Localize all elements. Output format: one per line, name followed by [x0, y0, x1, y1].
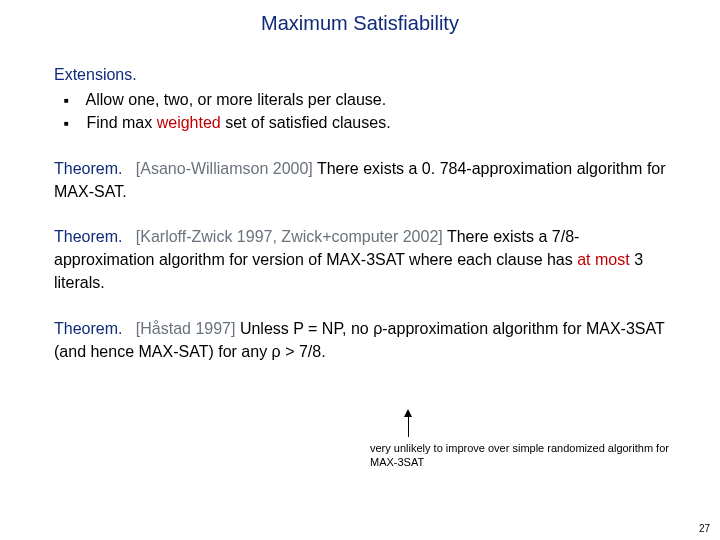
theorem-2: Theorem. [Karloff-Zwick 1997, Zwick+comp…: [54, 225, 666, 295]
page-number: 27: [699, 523, 710, 534]
extensions-list: Allow one, two, or more literals per cla…: [54, 88, 666, 134]
rho-symbol: ρ: [373, 320, 382, 337]
bullet-text: Allow one, two, or more literals per cla…: [86, 91, 387, 108]
bullet-text-highlight: weighted: [157, 114, 221, 131]
theorem-3: Theorem. [Håstad 1997] Unless P = NP, no…: [54, 317, 666, 363]
theorem-citation: [Karloff-Zwick 1997, Zwick+computer 2002…: [136, 228, 443, 245]
list-item: Find max weighted set of satisfied claus…: [82, 111, 666, 134]
theorem-label: Theorem.: [54, 160, 122, 177]
theorem-1: Theorem. [Asano-Williamson 2000] There e…: [54, 157, 666, 203]
slide-title: Maximum Satisfiability: [0, 0, 720, 35]
theorem-text-c: > 7/8.: [281, 343, 326, 360]
theorem-citation: [Asano-Williamson 2000]: [136, 160, 313, 177]
theorem-highlight: at most: [577, 251, 629, 268]
theorem-label: Theorem.: [54, 320, 122, 337]
slide-body: Extensions. Allow one, two, or more lite…: [0, 35, 720, 363]
rho-symbol: ρ: [272, 343, 281, 360]
bullet-text-pre: Find max: [86, 114, 156, 131]
list-item: Allow one, two, or more literals per cla…: [82, 88, 666, 111]
footnote: very unlikely to improve over simple ran…: [370, 442, 670, 470]
slide: Maximum Satisfiability Extensions. Allow…: [0, 0, 720, 540]
theorem-text-a: Unless P = NP, no: [235, 320, 373, 337]
theorem-label: Theorem.: [54, 228, 122, 245]
theorem-citation: [Håstad 1997]: [136, 320, 236, 337]
arrow-icon: [408, 415, 409, 437]
extensions-block: Extensions. Allow one, two, or more lite…: [54, 63, 666, 135]
bullet-text-post: set of satisfied clauses.: [221, 114, 391, 131]
extensions-label: Extensions.: [54, 66, 137, 83]
